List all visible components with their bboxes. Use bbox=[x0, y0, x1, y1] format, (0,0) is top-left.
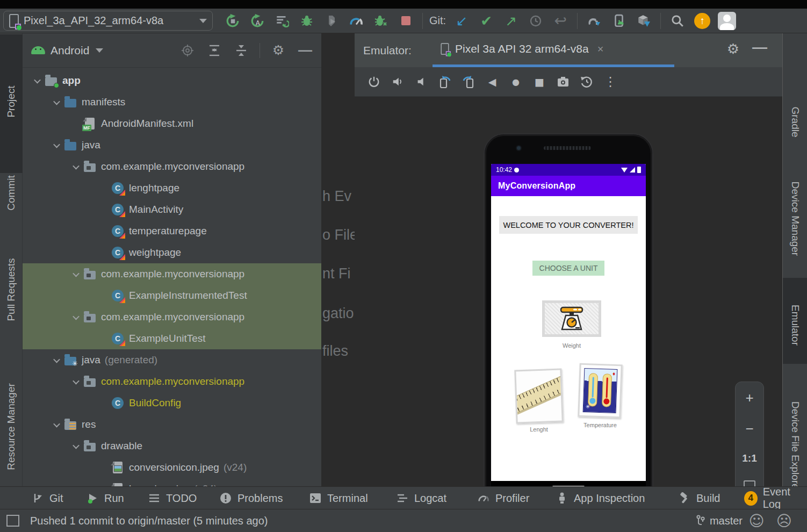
tree-row[interactable]: java bbox=[23, 134, 321, 156]
toolbar-tab-problems[interactable]: Problems bbox=[219, 487, 283, 509]
tree-row[interactable]: C lenghtpage bbox=[23, 177, 321, 199]
hide-panel-icon[interactable]: — bbox=[752, 39, 767, 56]
updates-available-icon[interactable]: ↑ bbox=[690, 11, 715, 31]
rotate-right-icon[interactable] bbox=[457, 71, 480, 92]
git-update-icon[interactable]: ↙ bbox=[449, 11, 474, 31]
profiler-restart-icon[interactable] bbox=[369, 11, 393, 31]
project-view-selector[interactable]: Android bbox=[51, 44, 89, 57]
tree-row[interactable]: res bbox=[23, 414, 321, 435]
tree-row[interactable]: C MainActivity bbox=[23, 199, 321, 220]
tree-row-selected[interactable]: C ExampleUnitTest bbox=[23, 328, 321, 349]
chevron-expanded-icon[interactable] bbox=[69, 268, 82, 281]
toolbar-tab-profiler[interactable]: Profiler bbox=[477, 487, 529, 509]
screenshot-camera-icon[interactable] bbox=[551, 71, 575, 92]
tree-row[interactable]: com.example.myconversionapp bbox=[23, 156, 321, 177]
rollback-icon[interactable]: ↩ bbox=[548, 11, 573, 31]
device-screen[interactable]: 10:42 MyConversionApp WELCOME TO YOUR CO… bbox=[491, 164, 646, 493]
stop-icon[interactable] bbox=[393, 11, 418, 31]
apply-changes-icon[interactable] bbox=[270, 11, 294, 31]
tree-row[interactable]: conversionicon.jpeg (v24) bbox=[23, 457, 321, 478]
debug-icon[interactable] bbox=[294, 11, 319, 31]
chevron-expanded-icon[interactable] bbox=[69, 440, 82, 452]
snapshots-icon[interactable] bbox=[575, 71, 599, 92]
tree-row[interactable]: homeicon.jpg (v24) bbox=[23, 478, 321, 486]
toolbar-tab-build[interactable]: Build bbox=[678, 487, 720, 509]
toolbar-tab-todo[interactable]: TODO bbox=[148, 487, 197, 509]
sidebar-tab-device-manager[interactable]: Device Manager bbox=[789, 204, 801, 229]
tree-row[interactable]: C weightpage bbox=[23, 242, 321, 263]
window-icon[interactable] bbox=[6, 515, 19, 527]
rerun-icon[interactable] bbox=[220, 11, 245, 31]
chevron-expanded-icon[interactable] bbox=[31, 74, 44, 87]
profiler-icon[interactable] bbox=[344, 11, 369, 31]
expand-all-icon[interactable] bbox=[204, 41, 225, 60]
chevron-expanded-icon[interactable] bbox=[50, 418, 63, 431]
sidebar-tab-commit[interactable]: Commit bbox=[5, 184, 17, 206]
attach-debugger-icon[interactable] bbox=[319, 11, 344, 31]
tree-row[interactable]: com.example.myconversionapp bbox=[23, 371, 321, 392]
sidebar-tab-gradle[interactable]: Gradle bbox=[789, 107, 801, 132]
overview-icon[interactable]: ■ bbox=[528, 71, 551, 92]
chevron-expanded-icon[interactable] bbox=[69, 311, 82, 323]
sad-face-icon[interactable]: ☹ bbox=[776, 512, 792, 530]
length-image-button[interactable] bbox=[514, 368, 563, 423]
collapse-all-icon[interactable] bbox=[230, 41, 252, 60]
zoom-in-button[interactable]: + bbox=[745, 391, 753, 405]
hide-panel-icon[interactable]: — bbox=[294, 41, 316, 60]
sidebar-tab-device-file-explorer[interactable]: Device File Explorer bbox=[789, 433, 801, 457]
chevron-expanded-icon[interactable] bbox=[50, 139, 63, 152]
tree-row[interactable]: AndroidManifest.xml bbox=[23, 113, 321, 134]
weight-image-button[interactable] bbox=[542, 300, 601, 337]
sidebar-tab-pull-requests[interactable]: Pull Requests bbox=[5, 281, 17, 303]
device-manager-icon[interactable] bbox=[607, 11, 631, 31]
toolbar-tab-terminal[interactable]: Terminal bbox=[309, 487, 368, 509]
git-commit-icon[interactable]: ✔ bbox=[474, 11, 499, 31]
settings-gear-icon[interactable]: ⚙ bbox=[268, 41, 289, 60]
actual-size-button[interactable]: 1:1 bbox=[742, 453, 756, 463]
temperature-image-button[interactable]: ✳♦ bbox=[578, 363, 622, 419]
sidebar-tab-resource-manager[interactable]: Resource Manager bbox=[5, 418, 17, 440]
tree-row[interactable]: drawable bbox=[23, 435, 321, 457]
emulator-device-tab[interactable]: Pixel 3a API 32 arm64-v8a × bbox=[433, 33, 611, 64]
toolbar-tab-git[interactable]: Git bbox=[31, 487, 63, 509]
power-icon[interactable] bbox=[362, 71, 386, 92]
tree-row[interactable]: java (generated) bbox=[23, 349, 321, 371]
tree-row-selected[interactable]: com.example.myconversionapp bbox=[23, 306, 321, 328]
chevron-expanded-icon[interactable] bbox=[50, 96, 63, 109]
home-icon[interactable]: ● bbox=[504, 71, 528, 92]
emulator-settings-gear-icon[interactable]: ⚙ bbox=[727, 41, 739, 57]
tree-row-selected[interactable]: com.example.myconversionapp bbox=[23, 263, 321, 285]
tree-row[interactable]: C temperaturepage bbox=[23, 220, 321, 242]
locate-file-icon[interactable] bbox=[177, 41, 198, 60]
rerun-activity-icon[interactable]: A bbox=[245, 11, 270, 31]
tree-row[interactable]: app bbox=[23, 70, 321, 91]
more-kebab-icon[interactable]: ⋮ bbox=[599, 71, 622, 92]
tree-row-selected[interactable]: C ExampleInstrumentedTest bbox=[23, 285, 321, 306]
happy-face-icon[interactable]: ☺ bbox=[749, 512, 765, 530]
device-selector[interactable]: Pixel_3a_API_32_arm64-v8a bbox=[3, 11, 213, 31]
tree-row[interactable]: C BuildConfig bbox=[23, 392, 321, 414]
sidebar-tab-project[interactable]: Project bbox=[5, 92, 17, 115]
sdk-manager-icon[interactable] bbox=[631, 11, 656, 31]
gradle-sync-icon[interactable] bbox=[582, 11, 607, 31]
chevron-expanded-icon[interactable] bbox=[69, 160, 82, 173]
chevron-expanded-icon[interactable] bbox=[69, 375, 82, 388]
chevron-expanded-icon[interactable] bbox=[50, 354, 63, 366]
git-push-icon[interactable]: ↗ bbox=[499, 11, 523, 31]
volume-down-icon[interactable] bbox=[409, 71, 433, 92]
back-icon[interactable]: ◀ bbox=[480, 71, 504, 92]
zoom-out-button[interactable]: − bbox=[745, 422, 753, 436]
toolbar-tab-run[interactable]: Run bbox=[86, 487, 124, 509]
search-icon[interactable] bbox=[665, 11, 690, 31]
close-icon[interactable]: × bbox=[597, 43, 604, 55]
tree-row[interactable]: manifests bbox=[23, 91, 321, 113]
rotate-left-icon[interactable] bbox=[433, 71, 457, 92]
history-icon[interactable] bbox=[523, 11, 548, 31]
toolbar-tab-app-inspection[interactable]: App Inspection bbox=[556, 487, 645, 509]
branch-widget[interactable]: master bbox=[696, 515, 743, 527]
toolbar-tab-logcat[interactable]: Logcat bbox=[396, 487, 446, 509]
sidebar-tab-emulator[interactable]: Emulator bbox=[789, 311, 801, 335]
toolbar-tab-event-log[interactable]: 4 Event Log bbox=[744, 487, 807, 509]
volume-up-icon[interactable] bbox=[386, 71, 409, 92]
profile-avatar-icon[interactable] bbox=[715, 11, 739, 31]
